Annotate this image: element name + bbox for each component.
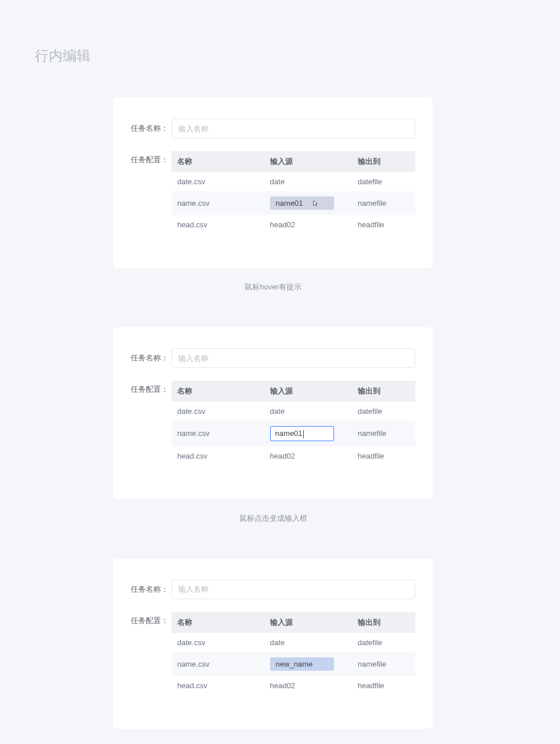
task-config-label: 任务配置： (131, 381, 171, 395)
th-source: 输入源 (264, 151, 352, 172)
card-hover-state: 任务名称： 任务配置： 名称 输入源 输出到 date.csv date dat… (113, 98, 433, 268)
card-highlight-state: 任务名称： 任务配置： 名称 输入源 输出到 date.csv date dat… (113, 559, 433, 729)
config-table: 名称 输入源 输出到 date.csv date datefile name.c… (171, 612, 415, 695)
cell-source-editing[interactable]: name01 (264, 421, 352, 446)
cell-name[interactable]: date.csv (171, 172, 264, 191)
cell-name[interactable]: date.csv (171, 402, 264, 421)
th-name: 名称 (171, 381, 264, 402)
cell-source[interactable]: head02 (264, 215, 352, 234)
cell-source[interactable]: date (264, 633, 352, 652)
task-config-label: 任务配置： (131, 612, 171, 626)
table-row: head.csv head02 headfile (171, 676, 415, 695)
table-row: head.csv head02 headfile (171, 446, 415, 466)
cell-name[interactable]: head.csv (171, 446, 264, 466)
cell-name[interactable]: name.csv (171, 191, 264, 215)
cell-output[interactable]: datefile (352, 172, 415, 191)
cell-output[interactable]: namefile (352, 652, 415, 676)
task-config-label: 任务配置： (131, 151, 171, 165)
table-row: name.csv name01 namefil (171, 191, 415, 215)
cell-source-highlight[interactable]: new_name (264, 652, 352, 676)
th-source: 输入源 (264, 612, 352, 633)
config-table: 名称 输入源 输出到 date.csv date datefile name.c… (171, 151, 415, 234)
task-name-input[interactable] (171, 580, 415, 599)
table-row: date.csv date datefile (171, 172, 415, 191)
cell-name[interactable]: head.csv (171, 215, 264, 234)
cell-output[interactable]: namefile (352, 421, 415, 446)
task-name-label: 任务名称： (131, 353, 171, 363)
card-editing-state: 任务名称： 任务配置： 名称 输入源 输出到 date.csv date dat… (113, 327, 433, 499)
th-source: 输入源 (264, 381, 352, 402)
th-name: 名称 (171, 151, 264, 172)
config-table: 名称 输入源 输出到 date.csv date datefile name.c… (171, 381, 415, 466)
th-output: 输出到 (352, 151, 415, 172)
caption-editing: 鼠标点击变成输入框 (113, 513, 433, 524)
table-row: head.csv head02 headfile (171, 215, 415, 234)
table-row: date.csv date datefile (171, 633, 415, 652)
task-name-label: 任务名称： (131, 123, 171, 134)
table-row: date.csv date datefile (171, 402, 415, 421)
task-name-input[interactable] (171, 348, 415, 368)
caption-hover: 鼠标hover有提示 (113, 282, 433, 292)
cell-source[interactable]: head02 (264, 676, 352, 695)
cell-source[interactable]: head02 (264, 446, 352, 466)
task-name-label: 任务名称： (131, 584, 171, 595)
cursor-icon (313, 200, 320, 207)
cell-output[interactable]: namefile (352, 191, 415, 215)
table-row: name.csv name01 namefile (171, 421, 415, 446)
inline-edit-input: name01 (270, 426, 334, 441)
highlight-value: new_name (270, 657, 334, 671)
cell-source[interactable]: date (264, 172, 352, 191)
th-output: 输出到 (352, 612, 415, 633)
cell-output[interactable]: datefile (352, 402, 415, 421)
cell-name[interactable]: name.csv (171, 421, 264, 446)
cell-source-hover[interactable]: name01 (264, 191, 352, 215)
th-output: 输出到 (352, 381, 415, 402)
page-title: 行内编辑 (35, 46, 525, 65)
cell-output[interactable]: headfile (352, 676, 415, 695)
cell-name[interactable]: date.csv (171, 633, 264, 652)
cell-name[interactable]: head.csv (171, 676, 264, 695)
cell-output[interactable]: headfile (352, 446, 415, 466)
table-row: name.csv new_name namefile (171, 652, 415, 676)
task-name-input[interactable] (171, 119, 415, 138)
cell-source[interactable]: date (264, 402, 352, 421)
cell-output[interactable]: datefile (352, 633, 415, 652)
th-name: 名称 (171, 612, 264, 633)
hover-value: name01 (276, 199, 303, 208)
text-caret-icon (303, 430, 304, 438)
cell-output[interactable]: headfile (352, 215, 415, 234)
cell-name[interactable]: name.csv (171, 652, 264, 676)
